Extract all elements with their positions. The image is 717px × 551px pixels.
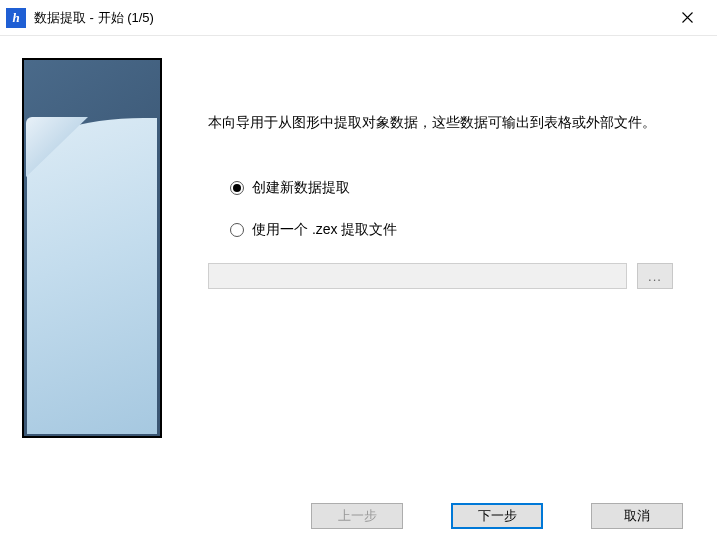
- app-icon: h: [6, 8, 26, 28]
- window-title: 数据提取 - 开始 (1/5): [34, 9, 665, 27]
- file-path-row: ...: [208, 263, 673, 289]
- option-use-file[interactable]: 使用一个 .zex 提取文件: [230, 221, 673, 239]
- option-use-file-label: 使用一个 .zex 提取文件: [252, 221, 397, 239]
- cancel-button[interactable]: 取消: [591, 503, 683, 529]
- file-path-input: [208, 263, 627, 289]
- back-button: 上一步: [311, 503, 403, 529]
- radio-create-new[interactable]: [230, 181, 244, 195]
- intro-text: 本向导用于从图形中提取对象数据，这些数据可输出到表格或外部文件。: [208, 112, 673, 133]
- option-create-new-label: 创建新数据提取: [252, 179, 350, 197]
- page-curl-graphic: [27, 118, 157, 434]
- wizard-body: 本向导用于从图形中提取对象数据，这些数据可输出到表格或外部文件。 创建新数据提取…: [162, 58, 695, 474]
- close-button[interactable]: [665, 3, 709, 33]
- next-button[interactable]: 下一步: [451, 503, 543, 529]
- titlebar: h 数据提取 - 开始 (1/5): [0, 0, 717, 36]
- radio-use-file[interactable]: [230, 223, 244, 237]
- wizard-buttons: 上一步 下一步 取消: [311, 503, 683, 529]
- option-create-new[interactable]: 创建新数据提取: [230, 179, 673, 197]
- browse-button: ...: [637, 263, 673, 289]
- close-icon: [682, 12, 693, 23]
- wizard-illustration: [22, 58, 162, 438]
- content-area: 本向导用于从图形中提取对象数据，这些数据可输出到表格或外部文件。 创建新数据提取…: [0, 36, 717, 474]
